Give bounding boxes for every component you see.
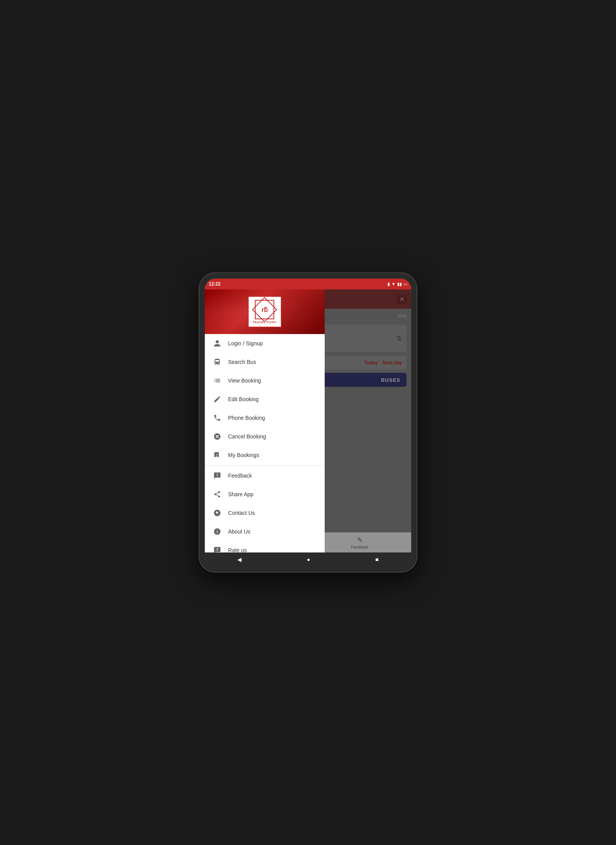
drawer-header: rƃ TRAVEL POINT bbox=[205, 289, 325, 334]
info-icon bbox=[213, 527, 222, 536]
menu-item-share-app[interactable]: Share App bbox=[205, 485, 325, 504]
cancel-icon bbox=[213, 432, 222, 441]
contact-icon bbox=[213, 508, 222, 518]
feedback-menu-icon bbox=[213, 471, 222, 480]
sim-icon: ▮ bbox=[388, 282, 390, 287]
view-booking-label: View Booking bbox=[228, 377, 261, 384]
phone-icon bbox=[213, 413, 222, 422]
logo-inner: rƃ bbox=[255, 300, 274, 319]
status-bar: 12:22 ▮ ▼ ▮▮ ▭ bbox=[205, 279, 411, 289]
menu-item-view-booking[interactable]: View Booking bbox=[205, 371, 325, 390]
home-button[interactable]: ● bbox=[299, 554, 318, 565]
wifi-icon: ▼ bbox=[391, 282, 396, 286]
back-button[interactable]: ◀ bbox=[230, 554, 249, 565]
bus-icon bbox=[213, 357, 222, 367]
edit-icon bbox=[213, 395, 222, 404]
menu-item-edit-booking[interactable]: Edit Booking bbox=[205, 390, 325, 409]
device-frame: 12:22 ▮ ▼ ▮▮ ▭ ✕ king ⇅ bbox=[199, 273, 417, 572]
status-time: 12:22 bbox=[209, 281, 221, 287]
my-bookings-label: My Bookings bbox=[228, 452, 259, 458]
rate-us-label: Rate us bbox=[228, 547, 247, 552]
menu-item-about-us[interactable]: About Us bbox=[205, 522, 325, 541]
menu-item-phone-booking[interactable]: Phone Booking bbox=[205, 409, 325, 427]
logo-letters: rƃ bbox=[261, 306, 268, 313]
share-app-label: Share App bbox=[228, 491, 253, 497]
menu-item-contact-us[interactable]: Contact Us bbox=[205, 504, 325, 522]
feedback-label: Feedback bbox=[228, 473, 252, 479]
recents-button[interactable]: ■ bbox=[368, 554, 386, 565]
search-bus-label: Search Bus bbox=[228, 359, 256, 365]
edit-booking-label: Edit Booking bbox=[228, 396, 259, 402]
status-icons: ▮ ▼ ▮▮ ▭ bbox=[388, 282, 407, 287]
menu-item-rate-us[interactable]: Rate us bbox=[205, 541, 325, 552]
login-label: Login / Signup bbox=[228, 340, 263, 346]
about-us-label: About Us bbox=[228, 528, 251, 535]
menu-item-my-bookings[interactable]: My Bookings bbox=[205, 446, 325, 464]
menu-divider bbox=[205, 465, 325, 466]
menu-item-login[interactable]: Login / Signup bbox=[205, 334, 325, 353]
rate-icon bbox=[213, 545, 222, 552]
menu-item-search-bus[interactable]: Search Bus bbox=[205, 353, 325, 371]
phone-booking-label: Phone Booking bbox=[228, 415, 265, 421]
navigation-drawer: rƃ TRAVEL POINT Login / Signup bbox=[205, 289, 325, 552]
menu-item-cancel-booking[interactable]: Cancel Booking bbox=[205, 427, 325, 446]
list-icon bbox=[213, 376, 222, 385]
cancel-booking-label: Cancel Booking bbox=[228, 433, 266, 440]
main-content: ✕ king ⇅ Today Next day BUSES bbox=[205, 289, 411, 552]
person-icon bbox=[213, 339, 222, 348]
share-icon bbox=[213, 490, 222, 499]
logo-container: rƃ TRAVEL POINT bbox=[248, 296, 282, 327]
bookmarks-icon bbox=[213, 450, 222, 460]
signal-icon: ▮▮ bbox=[397, 282, 402, 287]
nav-bar: ◀ ● ■ bbox=[205, 552, 411, 566]
menu-item-feedback[interactable]: Feedback bbox=[205, 466, 325, 485]
drawer-menu: Login / Signup Search Bus View Booking bbox=[205, 334, 325, 552]
device-screen: 12:22 ▮ ▼ ▮▮ ▭ ✕ king ⇅ bbox=[205, 279, 411, 566]
contact-us-label: Contact Us bbox=[228, 510, 255, 516]
battery-icon: ▭ bbox=[403, 282, 407, 287]
